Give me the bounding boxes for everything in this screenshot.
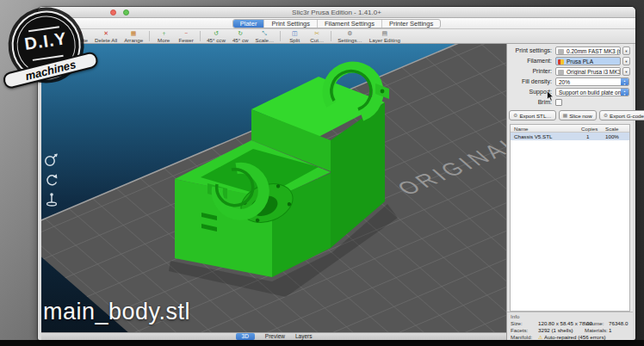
printer-dropdown-button[interactable]: ▾ [622, 67, 630, 76]
table-row[interactable]: Chassis V5.STL 1 100% [511, 133, 629, 140]
export-stl-icon: ⚙ [513, 113, 517, 118]
cut-button[interactable]: ✂ Cut… [309, 30, 325, 43]
arrange-button[interactable]: ▦ Arrange [124, 30, 143, 43]
warning-icon: ⚠ [538, 334, 542, 340]
filament-color-swatch [558, 59, 564, 65]
undo-rotate-icon[interactable] [44, 173, 59, 187]
object-table-header: Name Copies Scale [511, 125, 629, 133]
support-row: Support: Support on build plate only ▴▾ [507, 88, 633, 97]
filament-label: Filament: [507, 57, 552, 65]
view-tab-layers[interactable]: Layers [295, 333, 313, 340]
scale-button[interactable]: ⤡ Scale… [256, 30, 275, 43]
plus-icon: ＋ [161, 30, 167, 37]
export-stl-button[interactable]: ⚙ Export STL… [509, 110, 556, 120]
rotate-ccw-button[interactable]: ↺ 45° ccw [207, 30, 226, 43]
rotate-cw-icon: ↻ [238, 30, 243, 37]
cut-icon: ✂ [314, 30, 319, 37]
probe-view-icon[interactable] [44, 192, 59, 207]
scene-canvas[interactable]: ORIGINAL PRUSA i3 MK3 by Josef Prusa [41, 44, 506, 332]
view-tab-preview[interactable]: Preview [265, 333, 285, 340]
print-settings-select[interactable]: 0.20mm FAST MK3 (modified) [555, 46, 621, 55]
fill-density-label: Fill density: [507, 77, 552, 86]
tab-group: Plater Print Settings Filament Settings … [232, 19, 441, 28]
print-settings-label: Print settings: [507, 46, 552, 55]
info-title: Info [511, 313, 519, 319]
title-bar[interactable]: Slic3r Prusa Edition - 1.41.0+ [38, 7, 635, 18]
toolbar-separator [149, 31, 150, 41]
export-buttons: ⚙ Export STL… ▦ Slice now ⚙ Export G-cod… [509, 110, 644, 120]
arrange-icon: ▦ [131, 30, 137, 37]
print-settings-dropdown-button[interactable]: ▾ [622, 46, 630, 55]
layer-editing-button[interactable]: ▤ Layer Editing [369, 30, 400, 43]
toolbar-separator [280, 31, 281, 41]
support-combo[interactable]: Support on build plate only ▴▾ [555, 88, 629, 96]
video-caption: main_body.stl [43, 299, 190, 325]
delete-all-icon: ✕ [103, 30, 108, 37]
object-settings-button[interactable]: ⚙ Settings… [337, 30, 362, 43]
layers-icon: ▤ [382, 30, 388, 37]
fill-density-row: Fill density: 20% ▴▾ [507, 77, 633, 87]
printer-row: Printer: Original Prusa i3 MK3 ▾ [507, 67, 633, 77]
viewport-tools [44, 152, 59, 207]
view-tab-strip: 3D Preview Layers [41, 332, 506, 340]
scale-icon: ⤡ [263, 30, 268, 37]
fill-density-dropdown-button[interactable]: ▴▾ [621, 78, 629, 85]
fill-density-combo[interactable]: 20% ▴▾ [555, 77, 629, 86]
split-button[interactable]: ◫ Split [287, 30, 302, 43]
printer-label: Printer: [507, 67, 552, 76]
volume-value: 76348.0 [609, 320, 628, 326]
letterbox-bar [0, 340, 644, 346]
print-settings-row: Print settings: 0.20mm FAST MK3 (modifie… [507, 46, 633, 56]
support-dropdown-button[interactable]: ▴▾ [621, 89, 629, 96]
more-copies-button[interactable]: ＋ More [156, 30, 171, 43]
gear-icon: ⚙ [347, 30, 352, 37]
slice-icon: ▦ [563, 113, 568, 118]
preset-icon [558, 49, 564, 54]
brim-checkbox[interactable] [555, 99, 562, 106]
brim-label: Brim: [507, 98, 552, 107]
window-title: Slic3r Prusa Edition - 1.41.0+ [292, 9, 381, 16]
facets-value: 3292 (1 shells) [538, 327, 573, 333]
brim-row: Brim: [507, 98, 633, 108]
toolbar-separator [200, 31, 201, 41]
export-gcode-button[interactable]: ⚙ Export G-code… [599, 110, 644, 120]
rotate-cw-button[interactable]: ↻ 45° cw [232, 30, 249, 43]
support-label: Support: [507, 88, 552, 96]
video-frame: Slic3r Prusa Edition - 1.41.0+ Plater Pr… [0, 0, 644, 346]
minus-icon: － [183, 30, 189, 37]
mouse-cursor [547, 90, 554, 102]
close-window-button[interactable] [110, 9, 116, 15]
printer-icon [558, 70, 564, 75]
split-icon: ◫ [292, 30, 298, 37]
object-info-panel: Info Size: 120.80 x 58.45 x 78.00 Facets… [507, 312, 633, 340]
orbit-view-icon[interactable] [44, 152, 59, 168]
delete-all-button[interactable]: ✕ Delete All [95, 30, 117, 43]
export-gcode-icon: ⚙ [604, 113, 608, 118]
fewer-copies-button[interactable]: － Fewer [178, 30, 194, 43]
slic3r-window: Slic3r Prusa Edition - 1.41.0+ Plater Pr… [38, 7, 635, 340]
tab-printer-settings[interactable]: Printer Settings [382, 20, 440, 28]
plater-toolbar: ✕ Delete ✕ Delete All ▦ Arrange ＋ More －… [38, 29, 635, 44]
tab-print-settings[interactable]: Print Settings [264, 20, 318, 28]
printer-select[interactable]: Original Prusa i3 MK3 [555, 67, 621, 76]
tab-bar: Plater Print Settings Filament Settings … [38, 18, 635, 29]
filament-select[interactable]: Prusa PLA [555, 57, 621, 65]
tab-plater[interactable]: Plater [233, 20, 265, 28]
diy-machines-logo: D.I.Y machines [0, 3, 101, 103]
3d-viewport[interactable]: ORIGINAL PRUSA i3 MK3 by Josef Prusa [41, 44, 506, 340]
materials-value: 1 [609, 327, 611, 333]
filament-row: Filament: Prusa PLA ▾ [507, 57, 633, 66]
zoom-window-button[interactable] [123, 9, 129, 15]
slice-now-button[interactable]: ▦ Slice now [559, 110, 597, 120]
plater-sidebar: Print settings: 0.20mm FAST MK3 (modifie… [506, 44, 633, 340]
object-table[interactable]: Name Copies Scale Chassis V5.STL 1 100% [510, 124, 630, 312]
tab-filament-settings[interactable]: Filament Settings [318, 20, 382, 28]
view-tab-3d[interactable]: 3D [236, 333, 255, 340]
toolbar-separator [331, 31, 331, 41]
filament-dropdown-button[interactable]: ▾ [622, 57, 630, 65]
manifold-value: Auto-repaired (456 errors) [544, 334, 606, 340]
rotate-ccw-icon: ↺ [214, 30, 219, 37]
